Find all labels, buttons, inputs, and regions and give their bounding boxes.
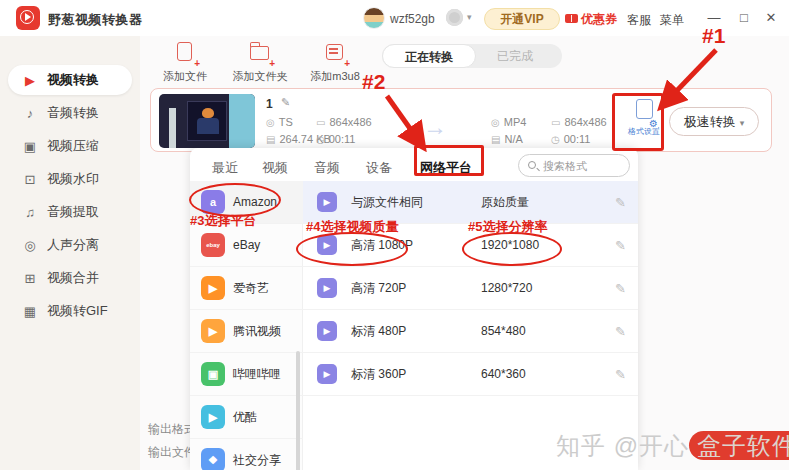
sidebar-item-video-watermark[interactable]: ⊡ 视频水印 — [8, 164, 132, 194]
format-item-720p[interactable]: ▶ 高清 720P 1280*720 ✎ — [303, 267, 638, 310]
open-vip-button[interactable]: 开通VIP — [484, 8, 560, 30]
platform-list: a Amazon ebay eBay ▶ 爱奇艺 ▶ 腾讯视频 ▣ 哔哩哔哩 ▶… — [190, 181, 303, 470]
output-file-label: 输出文件 — [148, 444, 196, 461]
social-share-icon: ❖ — [201, 448, 225, 470]
platform-item-iqiyi[interactable]: ▶ 爱奇艺 — [190, 267, 303, 310]
app-logo-icon — [16, 6, 40, 30]
platform-item-social-share[interactable]: ❖ 社交分享 — [190, 439, 303, 470]
format-badge-icon: ◎ — [266, 117, 275, 128]
add-file-button[interactable]: + 添加文件 — [150, 40, 220, 84]
sidebar-item-audio-convert[interactable]: ♪ 音频转换 — [8, 98, 132, 128]
format-item-360p[interactable]: ▶ 标清 360P 640*360 ✎ — [303, 353, 638, 396]
sidebar-item-video-compress[interactable]: ▣ 视频压缩 — [8, 131, 132, 161]
screen-badge-icon: ▭ — [551, 117, 560, 128]
panel-tab-recent[interactable]: 最近 — [212, 159, 238, 177]
convert-status-tabs: 正在转换 已完成 — [382, 44, 562, 68]
video-to-gif-icon: ▦ — [22, 304, 38, 319]
format-picker-panel: 最近 视频 音频 设备 网络平台 a Amazon ebay eBay ▶ 爱奇… — [190, 148, 638, 470]
clock-badge-icon: ◷ — [316, 134, 325, 145]
format-item-same-as-source[interactable]: ▶ 与源文件相同 原始质量 ✎ — [303, 181, 638, 224]
add-folder-icon — [250, 46, 269, 60]
add-folder-button[interactable]: + 添加文件夹 — [225, 40, 295, 84]
format-item-1080p[interactable]: ▶ 高清 1080P 1920*1080 ✎ — [303, 224, 638, 267]
iqiyi-icon: ▶ — [201, 276, 225, 300]
edit-icon[interactable]: ✎ — [615, 281, 626, 296]
user-avatar[interactable] — [363, 7, 385, 29]
platform-list-scrollbar[interactable] — [296, 351, 300, 470]
fast-convert-button[interactable]: 极速转换▾ — [669, 107, 759, 136]
platform-item-amazon[interactable]: a Amazon — [190, 181, 303, 224]
amazon-icon: a — [201, 190, 225, 214]
customer-service-button[interactable]: 客服 — [627, 12, 651, 29]
youku-icon: ▶ — [201, 405, 225, 429]
video-format-icon: ▶ — [317, 235, 337, 255]
format-list: ▶ 与源文件相同 原始质量 ✎ ▶ 高清 1080P 1920*1080 ✎ ▶… — [303, 181, 638, 470]
edit-icon[interactable]: ✎ — [615, 195, 626, 210]
output-format: ◎MP4 — [491, 116, 526, 128]
add-m3u8-button[interactable]: + 添加m3u8 — [300, 40, 370, 84]
panel-tab-web-platform[interactable]: 网络平台 — [420, 159, 472, 177]
platform-item-tencent-video[interactable]: ▶ 腾讯视频 — [190, 310, 303, 353]
source-duration: ◷00:11 — [316, 133, 355, 145]
chevron-down-icon[interactable]: ▾ — [467, 12, 472, 22]
coupon-button[interactable]: 优惠券 — [565, 11, 617, 28]
file-badge-icon: ▤ — [266, 134, 275, 145]
panel-tab-video[interactable]: 视频 — [262, 159, 288, 177]
search-icon — [528, 161, 536, 169]
ticket-icon — [565, 14, 578, 23]
sidebar-item-audio-extract[interactable]: ♫ 音频提取 — [8, 197, 132, 227]
format-item-480p[interactable]: ▶ 标清 480P 854*480 ✎ — [303, 310, 638, 353]
bilibili-icon: ▣ — [201, 362, 225, 386]
member-medal-icon[interactable] — [446, 9, 463, 26]
video-merge-icon: ⊞ — [22, 271, 38, 286]
zhihu-watermark: 知乎 @开心盒子软件 — [556, 430, 789, 462]
edit-icon[interactable]: ✎ — [615, 324, 626, 339]
search-input[interactable] — [543, 157, 625, 174]
rename-pencil-icon[interactable]: ✎ — [281, 96, 290, 109]
source-resolution: ▭864x486 — [316, 116, 372, 128]
panel-tab-device[interactable]: 设备 — [366, 159, 392, 177]
maximize-button[interactable]: □ — [735, 10, 753, 25]
menu-button[interactable]: 菜单 — [660, 12, 684, 29]
task-row: 1 ✎ ◎TS ▭864x486 ▤264.74 KB ◷00:11 → ◎MP… — [150, 88, 772, 152]
output-format-label: 输出格式 — [148, 421, 196, 438]
format-settings-button[interactable]: ⚙ 格式设置 — [622, 99, 666, 145]
app-title: 野葱视频转换器 — [48, 11, 143, 29]
clock-badge-icon: ◷ — [551, 134, 560, 145]
ebay-icon: ebay — [201, 233, 225, 257]
video-format-icon: ▶ — [317, 192, 337, 212]
edit-icon[interactable]: ✎ — [615, 367, 626, 382]
add-m3u8-icon — [326, 44, 343, 60]
format-settings-icon — [636, 99, 653, 119]
chevron-down-icon: ▾ — [740, 118, 745, 128]
audio-extract-icon: ♫ — [22, 205, 38, 220]
edit-icon[interactable]: ✎ — [615, 238, 626, 253]
tab-completed[interactable]: 已完成 — [468, 44, 562, 68]
tencent-video-icon: ▶ — [201, 319, 225, 343]
platform-item-bilibili[interactable]: ▣ 哔哩哔哩 — [190, 353, 303, 396]
close-button[interactable]: ✕ — [762, 10, 780, 25]
tab-converting[interactable]: 正在转换 — [382, 44, 476, 68]
panel-tab-audio[interactable]: 音频 — [314, 159, 340, 177]
video-watermark-icon: ⊡ — [22, 172, 38, 187]
format-badge-icon: ◎ — [491, 117, 500, 128]
format-search-box — [518, 154, 630, 177]
video-format-icon: ▶ — [317, 364, 337, 384]
vocal-separate-icon: ◎ — [22, 238, 38, 253]
sidebar-item-video-convert[interactable]: ▶ 视频转换 — [8, 65, 132, 95]
minimize-button[interactable]: — — [705, 10, 723, 25]
sidebar: ▶ 视频转换 ♪ 音频转换 ▣ 视频压缩 ⊡ 视频水印 ♫ 音频提取 ◎ 人声分… — [0, 36, 140, 470]
output-size: ▤N/A — [491, 133, 523, 145]
source-format: ◎TS — [266, 116, 293, 128]
sidebar-item-video-to-gif[interactable]: ▦ 视频转GIF — [8, 296, 132, 326]
video-thumbnail[interactable] — [159, 94, 255, 148]
add-file-icon — [177, 42, 192, 61]
platform-item-ebay[interactable]: ebay eBay — [190, 224, 303, 267]
file-badge-icon: ▤ — [491, 134, 500, 145]
video-format-icon: ▶ — [317, 278, 337, 298]
platform-item-youku[interactable]: ▶ 优酷 — [190, 396, 303, 439]
sidebar-item-video-merge[interactable]: ⊞ 视频合并 — [8, 263, 132, 293]
video-convert-icon: ▶ — [22, 73, 38, 88]
sidebar-item-vocal-separate[interactable]: ◎ 人声分离 — [8, 230, 132, 260]
output-resolution: ▭864x486 — [551, 116, 607, 128]
